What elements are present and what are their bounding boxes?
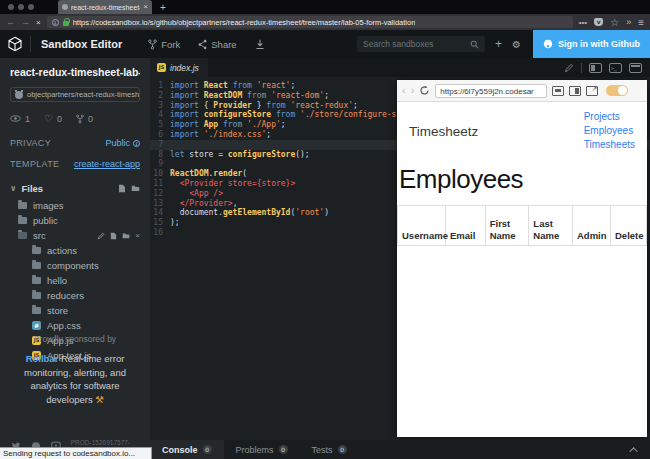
new-file-icon[interactable] [118, 184, 126, 193]
download-button[interactable] [255, 39, 265, 50]
tab-favicon [62, 4, 68, 10]
codesandbox-logo-icon[interactable] [0, 36, 30, 52]
window-close-button[interactable] [8, 4, 14, 10]
code-text: import React from 'react'; [170, 81, 295, 91]
likes-stat[interactable]: ♡ 0 [44, 113, 62, 124]
template-row: TEMPLATE create-react-app [10, 159, 140, 169]
view-toggle-icons [564, 58, 650, 77]
css-file-icon: # [32, 321, 41, 330]
tree-item-store[interactable]: store [0, 303, 150, 318]
tree-item-hello[interactable]: hello [0, 273, 150, 288]
code-text: import configureStore from './store/conf… [170, 110, 425, 120]
app-brand[interactable]: Timesheetz [409, 124, 478, 152]
devtools-tab-tests[interactable]: Tests0 [300, 440, 359, 459]
new-file-icon[interactable] [110, 232, 117, 240]
live-toggle[interactable] [606, 85, 628, 96]
signin-github-button[interactable]: Sign in with Github [533, 30, 650, 58]
console-view-icon[interactable] [609, 63, 622, 73]
new-sandbox-button[interactable]: + [495, 37, 502, 51]
browser-actions: ••• v ☆ » ≡ [579, 17, 644, 28]
tree-item-App.css[interactable]: #App.css [0, 318, 150, 333]
tree-item-label: actions [47, 245, 77, 256]
bookmark-star-icon[interactable]: ☆ [610, 17, 619, 28]
line-number: 14 [150, 208, 170, 218]
line-number: 3 [150, 101, 170, 111]
new-folder-icon[interactable] [122, 232, 130, 239]
back-icon[interactable]: ← [6, 18, 15, 27]
code-text: let store = configureStore(); [170, 150, 310, 160]
nav-link-projects[interactable]: Projects [584, 110, 635, 124]
code-text: import ReactDOM from 'react-dom'; [170, 91, 329, 101]
line-number: 8 [150, 150, 170, 160]
nav-link-employees[interactable]: Employees [584, 124, 635, 138]
window-controls[interactable] [8, 4, 34, 10]
split-pane-icon[interactable] [569, 86, 581, 96]
line-number: 12 [150, 189, 170, 199]
employees-heading: Employees [399, 164, 647, 195]
devtools-tab-label: Tests [312, 445, 333, 455]
sponsor-block: Proudly sponsored by Rollbar Real-time e… [8, 334, 142, 407]
tree-item-public[interactable]: public [0, 213, 150, 228]
tree-item-label: reducers [47, 290, 84, 301]
url-field[interactable]: i https://codesandbox.io/s/github/object… [47, 16, 573, 28]
editor-tab-indexjs[interactable]: JS index.js [150, 58, 208, 77]
privacy-label: PRIVACY [10, 138, 51, 148]
prettify-pencil-icon[interactable] [564, 63, 574, 73]
sponsor-brand-link[interactable]: Rollbar [26, 353, 59, 364]
tree-item-label: store [47, 305, 68, 316]
delete-icon[interactable]: × [135, 231, 140, 240]
header-divider [30, 36, 31, 52]
github-repo-badge[interactable]: objectpartners/react-redux-timesheet [10, 87, 140, 102]
search-placeholder: Search sandboxes [363, 39, 466, 49]
search-input[interactable]: Search sandboxes [357, 36, 485, 52]
devtools-tab-label: Console [162, 445, 198, 455]
preview-url-field[interactable]: https://6l7y559j2n.codesar [435, 84, 547, 98]
settings-gear-icon[interactable]: ⚙ [512, 39, 521, 50]
page-actions-icon[interactable]: ••• [579, 18, 587, 27]
responsive-mode-icon[interactable] [552, 86, 564, 96]
pocket-icon[interactable]: v [594, 18, 603, 26]
folder-open-icon [18, 232, 27, 239]
template-label: TEMPLATE [10, 159, 59, 169]
editor-tab-label: index.js [170, 63, 199, 73]
share-button[interactable]: Share [198, 39, 236, 50]
window-zoom-button[interactable] [28, 4, 34, 10]
browser-view-icon[interactable] [629, 63, 642, 73]
tree-item-src[interactable]: src× [0, 228, 150, 243]
sidebar: react-redux-timesheet-lab-05 objectpartn… [0, 58, 150, 459]
fork-button[interactable]: Fork [148, 39, 180, 50]
privacy-row: PRIVACY Publici [10, 138, 140, 148]
preview-refresh-icon[interactable] [419, 85, 430, 96]
editor-view-icon[interactable] [589, 63, 602, 73]
tab-close-icon[interactable]: × [143, 3, 148, 11]
folder-icon [32, 277, 41, 284]
template-link[interactable]: create-react-app [74, 159, 140, 169]
tree-item-actions[interactable]: actions [0, 243, 150, 258]
column-header-delete: Delete [611, 206, 647, 246]
new-folder-icon[interactable] [131, 184, 140, 192]
preview-back-icon[interactable]: ‹ [402, 85, 406, 96]
files-section-header[interactable]: ∨ Files [10, 183, 140, 194]
collapse-chevron-icon[interactable] [629, 447, 637, 455]
overflow-menu-icon[interactable]: » [626, 17, 631, 27]
files-chevron-icon[interactable]: ∨ [10, 184, 17, 193]
browser-tab[interactable]: react-redux-timesheet-lab-05 × [58, 0, 152, 14]
hamburger-menu-icon[interactable]: ≡ [638, 17, 644, 28]
page-info-icon[interactable]: i [52, 19, 59, 26]
tree-item-components[interactable]: components [0, 258, 150, 273]
tree-item-images[interactable]: images [0, 198, 150, 213]
code-text: <App /> [170, 189, 223, 199]
stop-icon[interactable]: × [36, 18, 41, 27]
devtools-tab-problems[interactable]: Problems0 [224, 440, 300, 459]
preview-forward-icon[interactable]: › [411, 85, 415, 96]
folder-icon [32, 292, 41, 299]
forward-icon[interactable]: → [21, 18, 30, 27]
window-minimize-button[interactable] [18, 4, 24, 10]
nav-link-timesheets[interactable]: Timesheets [584, 138, 635, 152]
privacy-info-icon[interactable]: i [133, 140, 140, 147]
open-external-icon[interactable] [586, 86, 598, 96]
rename-pencil-icon[interactable] [97, 232, 105, 240]
devtools-tab-console[interactable]: Console0 [150, 440, 224, 459]
tree-item-reducers[interactable]: reducers [0, 288, 150, 303]
new-tab-button[interactable]: + [160, 2, 166, 13]
